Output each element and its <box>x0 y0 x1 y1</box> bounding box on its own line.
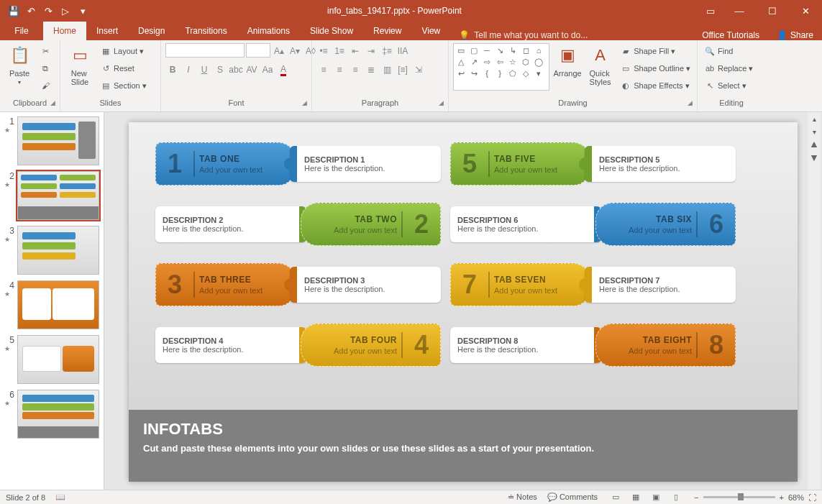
underline-button[interactable]: U <box>197 62 211 78</box>
save-icon[interactable]: 💾 <box>6 3 22 19</box>
layout-button[interactable]: ▦Layout ▾ <box>98 43 149 59</box>
tab-pill[interactable]: TAB SIXAdd your own text6 <box>595 203 736 246</box>
qat-more-icon[interactable]: ▾ <box>75 3 91 19</box>
slide-content[interactable]: 1TAB ONEAdd your own textDESCRIPTION 1He… <box>129 122 798 482</box>
font-color-button[interactable]: A <box>276 62 291 78</box>
reset-button[interactable]: ↺Reset <box>98 60 149 76</box>
tab-pill[interactable]: TAB FOURAdd your own text4 <box>301 324 441 367</box>
tab-transitions[interactable]: Transitions <box>175 22 237 40</box>
italic-button[interactable]: I <box>181 62 196 78</box>
infotab-3[interactable]: 3TAB THREEAdd your own textDESCRIPTION 3… <box>155 263 443 306</box>
align-text-button[interactable]: [≡] <box>396 62 410 78</box>
align-left-button[interactable]: ≡ <box>316 62 331 78</box>
select-button[interactable]: ↖Select ▾ <box>702 78 755 93</box>
tab-description[interactable]: DESCRIPTION 7Here is the description. <box>585 267 736 303</box>
infotab-7[interactable]: 7TAB SEVENAdd your own textDESCRIPTION 7… <box>450 263 738 306</box>
shape-outline-button[interactable]: ▭Shape Outline ▾ <box>618 60 693 76</box>
shrink-font-button[interactable]: A▾ <box>288 43 302 59</box>
tab-description[interactable]: DESCRIPTION 8Here is the description. <box>450 327 601 363</box>
dialog-launcher-icon[interactable]: ◢ <box>50 99 55 106</box>
thumbnail-2[interactable]: 2★ <box>4 171 99 220</box>
tab-file[interactable]: File <box>0 22 43 40</box>
zoom-out-button[interactable]: − <box>694 493 698 502</box>
next-slide-icon[interactable]: ⯆ <box>808 151 821 164</box>
replace-button[interactable]: abReplace ▾ <box>702 60 755 76</box>
tab-description[interactable]: DESCRIPTION 4Here is the description. <box>155 327 306 363</box>
shape-effects-button[interactable]: ◐Shape Effects ▾ <box>618 78 693 93</box>
tab-slideshow[interactable]: Slide Show <box>300 22 363 40</box>
dialog-launcher-icon[interactable]: ◢ <box>302 99 307 106</box>
change-case-button[interactable]: Aa <box>260 62 275 78</box>
share-button[interactable]: 👤Share <box>768 30 822 40</box>
tab-pill[interactable]: TAB TWOAdd your own text2 <box>301 203 441 246</box>
slide-footer[interactable]: INFOTABSCut and paste these elements int… <box>129 410 798 482</box>
text-direction-button[interactable]: IIA <box>396 43 410 59</box>
char-spacing-button[interactable]: AV <box>245 62 259 78</box>
font-family-combo[interactable] <box>165 43 245 58</box>
slideshow-view-icon[interactable]: ▯ <box>668 492 684 502</box>
decrease-indent-button[interactable]: ⇤ <box>348 43 362 59</box>
tab-description[interactable]: DESCRIPTION 6Here is the description. <box>450 206 601 242</box>
align-center-button[interactable]: ≡ <box>332 62 347 78</box>
sorter-view-icon[interactable]: ▦ <box>628 492 644 502</box>
shapes-gallery[interactable]: ▭▢─↘↳◻⌂ △↗⇨⇦☆⬡◯ ↩↪{}⬠◇▾ <box>453 43 549 91</box>
slide-thumbnails-panel[interactable]: 1★ 2★ 3★ 4★ 5★ 6★ <box>0 112 104 490</box>
redo-icon[interactable]: ↷ <box>40 3 56 19</box>
notes-toggle[interactable]: ≐ Notes <box>508 492 537 502</box>
zoom-level[interactable]: 68% <box>788 493 804 502</box>
tab-pill[interactable]: 5TAB FIVEAdd your own text <box>450 142 590 185</box>
spellcheck-icon[interactable]: 📖 <box>55 492 65 502</box>
tab-description[interactable]: DESCRIPTION 3Here is the description. <box>290 267 441 303</box>
slide-canvas[interactable]: 1TAB ONEAdd your own textDESCRIPTION 1He… <box>104 112 822 490</box>
tab-insert[interactable]: Insert <box>86 22 128 40</box>
infotab-6[interactable]: DESCRIPTION 6Here is the description.TAB… <box>450 203 738 246</box>
infotab-2[interactable]: DESCRIPTION 2Here is the description.TAB… <box>155 203 443 246</box>
minimize-button[interactable]: — <box>723 0 756 22</box>
tab-view[interactable]: View <box>411 22 450 40</box>
tab-home[interactable]: Home <box>43 22 86 40</box>
maximize-button[interactable]: ☐ <box>756 0 789 22</box>
normal-view-icon[interactable]: ▭ <box>608 492 624 502</box>
undo-icon[interactable]: ↶ <box>23 3 39 19</box>
tab-pill[interactable]: 3TAB THREEAdd your own text <box>155 263 296 306</box>
tab-review[interactable]: Review <box>363 22 411 40</box>
thumbnail-4[interactable]: 4★ <box>4 280 99 329</box>
tab-description[interactable]: DESCRIPTION 5Here is the description. <box>585 146 736 182</box>
dialog-launcher-icon[interactable]: ◢ <box>688 99 693 106</box>
tab-pill[interactable]: TAB EIGHTAdd your own text8 <box>595 324 736 367</box>
line-spacing-button[interactable]: ‡≡ <box>380 43 394 59</box>
scroll-down-icon[interactable]: ▾ <box>808 125 821 138</box>
tab-design[interactable]: Design <box>128 22 175 40</box>
tell-me-search[interactable]: 💡Tell me what you want to do... <box>459 30 588 40</box>
thumbnail-5[interactable]: 5★ <box>4 335 99 384</box>
tab-pill[interactable]: 7TAB SEVENAdd your own text <box>450 263 590 306</box>
tab-pill[interactable]: 1TAB ONEAdd your own text <box>155 142 296 185</box>
align-right-button[interactable]: ≡ <box>348 62 362 78</box>
reading-view-icon[interactable]: ▣ <box>648 492 664 502</box>
increase-indent-button[interactable]: ⇥ <box>364 43 378 59</box>
strikethrough-button[interactable]: S <box>213 62 227 78</box>
arrange-button[interactable]: ▣Arrange <box>552 43 582 78</box>
zoom-slider[interactable] <box>703 496 775 498</box>
quick-styles-button[interactable]: AQuick Styles <box>585 43 615 86</box>
zoom-in-button[interactable]: + <box>780 493 784 502</box>
format-painter-button[interactable]: 🖌 <box>37 78 53 93</box>
shadow-button[interactable]: abc <box>229 62 243 78</box>
grow-font-button[interactable]: A▴ <box>272 43 286 59</box>
infotab-5[interactable]: 5TAB FIVEAdd your own textDESCRIPTION 5H… <box>450 142 738 185</box>
copy-button[interactable]: ⧉ <box>37 60 53 76</box>
smartart-button[interactable]: ⇲ <box>411 62 426 78</box>
new-slide-button[interactable]: ▭New Slide <box>65 43 95 86</box>
tab-description[interactable]: DESCRIPTION 2Here is the description. <box>155 206 306 242</box>
scroll-up-icon[interactable]: ▴ <box>808 112 821 125</box>
infotab-1[interactable]: 1TAB ONEAdd your own textDESCRIPTION 1He… <box>155 142 443 185</box>
vertical-scrollbar[interactable]: ▴ ▾ ⯅ ⯆ <box>808 112 821 490</box>
infotab-8[interactable]: DESCRIPTION 8Here is the description.TAB… <box>450 324 738 367</box>
find-button[interactable]: 🔍Find <box>702 43 755 59</box>
tab-description[interactable]: DESCRIPTION 1Here is the description. <box>290 146 441 182</box>
start-slideshow-icon[interactable]: ▷ <box>58 3 73 19</box>
section-button[interactable]: ▤Section ▾ <box>98 78 149 93</box>
ribbon-options-icon[interactable]: ▭ <box>698 0 723 22</box>
thumbnail-6[interactable]: 6★ <box>4 390 99 439</box>
infotab-4[interactable]: DESCRIPTION 4Here is the description.TAB… <box>155 324 443 367</box>
